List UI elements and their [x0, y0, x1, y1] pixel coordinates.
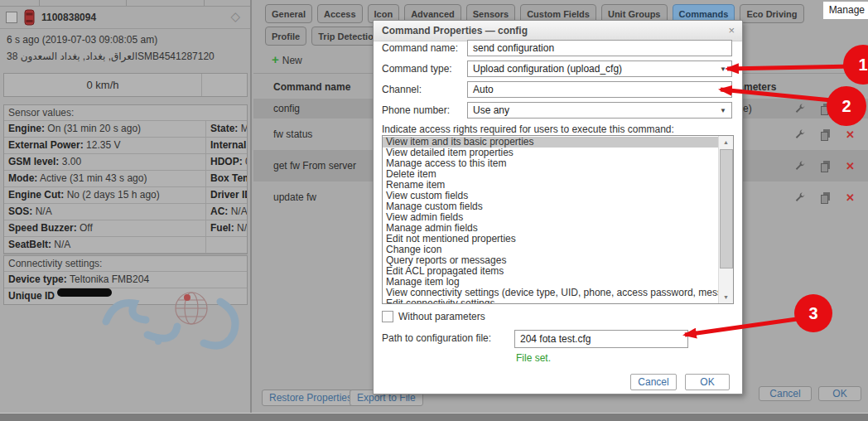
restore-properties-button[interactable]: Restore Properties: [262, 390, 359, 406]
access-right-item[interactable]: Manage item log: [383, 277, 719, 288]
command-type-select[interactable]: Upload configuration (upload_cfg) ▼: [467, 60, 732, 77]
scroll-up-icon[interactable]: ▲: [719, 136, 733, 148]
access-right-item[interactable]: Edit not mentioned properties: [383, 234, 719, 244]
unit-address: العراق, بغداد, بغداد السعدون 38SMB454128…: [7, 48, 247, 65]
sensor-rows: Engine: On (31 min 20 s ago) State: Mov …: [4, 121, 247, 254]
sensor-row: SOS: N/A AC: N/A: [4, 204, 247, 220]
command-name: update fw: [273, 191, 316, 203]
copy-command-icon[interactable]: [820, 191, 832, 204]
sensor-row: SeatBelt: N/A: [4, 237, 247, 254]
delete-command-icon[interactable]: ✕: [846, 128, 855, 141]
command-name-label: Command name:: [382, 40, 458, 56]
path-label: Path to configuration file:: [382, 332, 491, 344]
properties-tab[interactable]: Eco Driving: [740, 4, 803, 23]
access-right-item[interactable]: Rename item: [383, 180, 719, 191]
properties-tab[interactable]: Profile: [265, 27, 306, 46]
app-root: 1100838094 ◇ 6 s ago (2019-07-03 09:08:0…: [0, 0, 868, 421]
unit-status-block: 6 s ago (2019-07-03 09:08:05 am) العراق,…: [7, 31, 247, 65]
tab-bar-row2: ProfileTrip Detection: [265, 27, 386, 46]
access-right-item[interactable]: Change icon: [383, 244, 719, 255]
command-type-label: Command type:: [382, 60, 452, 77]
dialog-ok-button[interactable]: OK: [685, 374, 730, 390]
status-bar: [0, 413, 868, 421]
properties-tab[interactable]: General: [265, 4, 312, 23]
channel-select[interactable]: Auto ▼: [467, 81, 732, 98]
speed-value: 0 km/h: [4, 74, 202, 96]
sensor-row: Speed Buzzer: Off Fuel: N/A: [4, 220, 247, 237]
edit-command-icon[interactable]: [793, 103, 806, 115]
command-name: fw status: [273, 128, 312, 140]
access-right-item[interactable]: View detailed item properties: [383, 148, 719, 158]
copy-command-icon[interactable]: [820, 103, 832, 115]
delete-command-icon[interactable]: ✕: [846, 103, 855, 115]
access-right-item[interactable]: View item and its basic properties: [383, 137, 719, 148]
connectivity-title: Connectivity settings:: [4, 256, 247, 272]
delete-command-icon[interactable]: ✕: [846, 160, 855, 172]
edit-command-icon[interactable]: [793, 160, 806, 172]
phone-number-label: Phone number:: [382, 102, 450, 119]
access-right-item[interactable]: Delete item: [383, 169, 719, 180]
locate-unit-icon[interactable]: ◇: [230, 9, 240, 24]
chevron-down-icon: ▼: [720, 86, 726, 94]
edit-command-icon[interactable]: [793, 191, 806, 204]
file-set-status: File set.: [516, 352, 551, 364]
edit-command-icon[interactable]: [793, 128, 806, 141]
plus-icon: +: [272, 52, 279, 66]
command-name: get fw From server: [273, 160, 356, 172]
window-ok-button[interactable]: OK: [818, 386, 861, 401]
sensor-values-title: Sensor values:: [4, 105, 247, 121]
access-right-item[interactable]: Manage access to this item: [383, 158, 719, 169]
path-input[interactable]: [514, 330, 688, 348]
close-icon[interactable]: ×: [728, 24, 735, 36]
access-right-item[interactable]: Edit ACL propagated items: [383, 266, 719, 277]
command-name: config: [273, 103, 300, 114]
command-name-header: Command name: [273, 81, 350, 93]
unit-id: 1100838094: [41, 12, 96, 23]
speed-box: 0 km/h: [3, 73, 248, 97]
channel-label: Channel:: [382, 81, 422, 98]
sensor-row: Engine Cut: No (2 days 15 h ago) Driver …: [4, 187, 247, 204]
access-right-item[interactable]: Manage custom fields: [383, 201, 719, 212]
chevron-down-icon: ▼: [720, 107, 726, 114]
command-name-input[interactable]: [467, 40, 732, 56]
access-right-item[interactable]: Edit connectivity settings: [383, 298, 719, 304]
unit-list-header: [0, 0, 250, 7]
dialog-cancel-button[interactable]: Cancel: [630, 374, 677, 390]
access-right-item[interactable]: View connectivity settings (device type,…: [383, 288, 719, 298]
last-message-time: 6 s ago (2019-07-03 09:08:05 am): [7, 31, 247, 48]
copy-command-icon[interactable]: [820, 160, 832, 172]
new-command-button[interactable]: +New: [267, 51, 307, 67]
access-right-item[interactable]: Query reports or messages: [383, 255, 719, 266]
phone-number-select[interactable]: Use any ▼: [467, 102, 732, 119]
access-right-item[interactable]: Manage admin fields: [383, 223, 719, 234]
sensor-row: External Power: 12.35 V Internal B: [4, 138, 247, 154]
chevron-down-icon: ▼: [720, 65, 726, 73]
without-parameters-checkbox[interactable]: [382, 311, 393, 322]
car-icon: [24, 9, 35, 26]
access-rights-listbox: View item and its basic propertiesView d…: [382, 135, 734, 304]
copy-command-icon[interactable]: [820, 128, 832, 141]
properties-tab[interactable]: Access: [317, 4, 363, 23]
sensor-row: Mode: Active (31 min 43 s ago) Box Temp: [4, 171, 247, 187]
scroll-down-icon[interactable]: ▼: [719, 291, 733, 303]
manage-tooltip: Manage: [823, 2, 868, 19]
command-parameters: e): [743, 103, 752, 114]
device-type-row: Device type: Teltonika FMB204: [4, 272, 247, 288]
delete-command-icon[interactable]: ✕: [846, 191, 855, 204]
window-cancel-button[interactable]: Cancel: [759, 386, 812, 401]
sensor-row: Engine: On (31 min 20 s ago) State: Mov: [4, 121, 247, 138]
dialog-title: Command Properties — config: [374, 21, 742, 41]
unit-row[interactable]: 1100838094 ◇: [0, 7, 250, 29]
command-properties-dialog: Command Properties — config × Command na…: [373, 20, 743, 394]
watermark-logo: [98, 290, 251, 361]
access-right-item[interactable]: View custom fields: [383, 191, 719, 201]
sensor-values-table: Sensor values: Engine: On (31 min 20 s a…: [3, 104, 248, 254]
sensor-row: GSM level: 3.00 HDOP: 0.5: [4, 154, 247, 171]
without-parameters-row: Without parameters: [382, 311, 485, 322]
unit-checkbox[interactable]: [6, 12, 17, 23]
access-right-item[interactable]: View admin fields: [383, 212, 719, 223]
without-parameters-label: Without parameters: [398, 311, 485, 322]
scrollbar-thumb[interactable]: [720, 149, 733, 269]
listbox-scrollbar[interactable]: ▲ ▼: [718, 136, 733, 303]
access-rights-label: Indicate access rights required for user…: [382, 123, 674, 135]
